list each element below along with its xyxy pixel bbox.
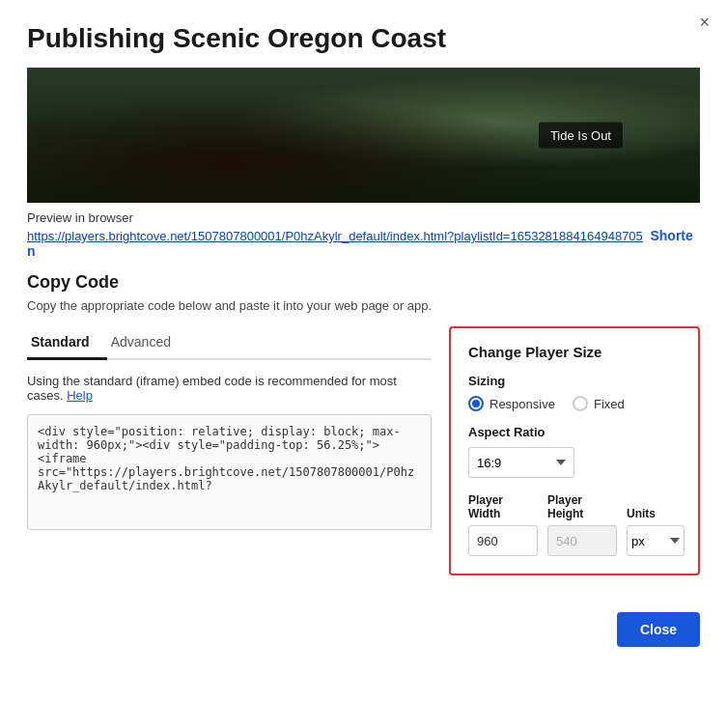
page-title: Publishing Scenic Oregon Coast	[27, 23, 700, 54]
player-height-input[interactable]	[547, 525, 617, 556]
player-height-label: Player Height	[547, 493, 617, 520]
tab-standard[interactable]: Standard	[27, 326, 107, 360]
aspect-ratio-row: 16:9 4:3 1:1	[468, 447, 681, 478]
sizing-label: Sizing	[468, 374, 681, 388]
player-width-input[interactable]	[468, 525, 538, 556]
modal: × Publishing Scenic Oregon Coast Tide Is…	[0, 0, 727, 728]
close-button[interactable]: Close	[617, 612, 700, 647]
fixed-label: Fixed	[594, 397, 625, 411]
sizing-radio-group: Responsive Fixed	[468, 396, 681, 411]
tide-badge: Tide Is Out	[539, 123, 623, 149]
tab-advanced[interactable]: Advanced	[107, 326, 188, 360]
aspect-ratio-label: Aspect Ratio	[468, 425, 681, 439]
tabs: Standard Advanced	[27, 326, 432, 360]
player-fields: Player Width Player Height Units px % em	[468, 493, 681, 556]
responsive-radio-dot	[472, 400, 480, 407]
player-size-panel: Change Player Size Sizing Responsive Fix…	[449, 326, 700, 575]
width-field-group: Player Width	[468, 493, 538, 556]
aspect-ratio-select[interactable]: 16:9 4:3 1:1	[468, 447, 574, 478]
height-field-group: Player Height	[547, 493, 617, 556]
fixed-radio-circle	[573, 396, 588, 411]
responsive-radio-circle	[468, 396, 484, 411]
copy-code-description: Copy the appropriate code below and past…	[27, 298, 700, 313]
close-x-button[interactable]: ×	[699, 14, 710, 31]
player-width-label: Player Width	[468, 493, 538, 520]
responsive-radio[interactable]: Responsive	[468, 396, 555, 411]
preview-label: Preview in browser	[27, 210, 700, 225]
units-label: Units	[627, 507, 685, 520]
fixed-radio[interactable]: Fixed	[573, 396, 625, 411]
units-select[interactable]: px % em	[627, 525, 685, 556]
content-row: Standard Advanced Using the standard (if…	[27, 326, 700, 575]
player-size-title: Change Player Size	[468, 344, 681, 360]
preview-url-row: https://players.brightcove.net/150780780…	[27, 228, 700, 259]
help-link[interactable]: Help	[67, 388, 93, 403]
responsive-label: Responsive	[489, 397, 555, 411]
preview-url-link[interactable]: https://players.brightcove.net/150780780…	[27, 229, 643, 243]
units-field-group: Units px % em	[627, 507, 685, 556]
code-textarea[interactable]	[27, 414, 432, 530]
preview-image: Tide Is Out	[27, 68, 700, 203]
left-panel: Standard Advanced Using the standard (if…	[27, 326, 432, 534]
copy-code-title: Copy Code	[27, 272, 700, 293]
tab-description: Using the standard (iframe) embed code i…	[27, 374, 432, 403]
footer: Close	[27, 602, 700, 647]
